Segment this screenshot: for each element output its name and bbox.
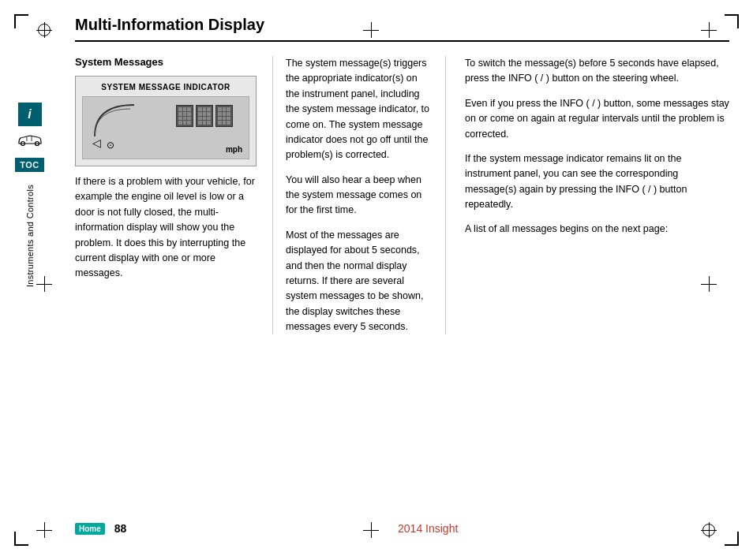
gauge-icon: ⊙ xyxy=(107,140,114,151)
diagram-inner: ◁ ⊙ xyxy=(82,96,249,159)
columns: System Messages SYSTEM MESSAGE INDICATOR… xyxy=(75,56,729,334)
page-title: Multi-Information Display xyxy=(75,16,264,33)
mph-label: mph xyxy=(226,145,242,154)
page-title-area: Multi-Information Display xyxy=(75,16,729,42)
sidebar: i TOC Instruments and Controls xyxy=(0,0,59,560)
right-text-3: If the system message indicator remains … xyxy=(465,151,729,213)
right-text-1: To switch the message(s) before 5 second… xyxy=(465,56,729,87)
left-col-text: If there is a problem with your vehicle,… xyxy=(75,174,257,282)
right-text-2: Even if you press the INFO ( / ) button,… xyxy=(465,96,729,142)
section-title: System Messages xyxy=(75,56,257,68)
diagram-box: SYSTEM MESSAGE INDICATOR ◁ ⊙ xyxy=(75,76,257,166)
mid-text-3: Most of the messages are displayed for a… xyxy=(286,228,433,335)
section-label: Instruments and Controls xyxy=(25,185,35,287)
home-badge[interactable]: Home xyxy=(75,523,105,535)
col-mid: The system message(s) triggers the appro… xyxy=(272,56,446,334)
speedometer-svg xyxy=(91,101,138,140)
mid-text-1: The system message(s) triggers the appro… xyxy=(286,56,433,163)
info-icon[interactable]: i xyxy=(18,103,42,126)
display-block-3 xyxy=(215,105,233,127)
display-block-2 xyxy=(196,105,213,127)
diagram-label: SYSTEM MESSAGE INDICATOR xyxy=(82,83,249,91)
car-icon xyxy=(16,131,44,148)
mid-text-2: You will also hear a beep when the syste… xyxy=(286,173,433,218)
col-right: To switch the message(s) before 5 second… xyxy=(462,56,729,334)
page-number: 88 xyxy=(114,522,127,535)
display-block-1 xyxy=(176,105,193,127)
display-blocks xyxy=(176,105,233,127)
footer: Home 88 2014 Insight xyxy=(59,522,753,535)
footer-title: 2014 Insight xyxy=(126,522,729,535)
toc-badge[interactable]: TOC xyxy=(15,158,44,172)
col-left: System Messages SYSTEM MESSAGE INDICATOR… xyxy=(75,56,257,334)
right-text-4: A list of all messages begins on the nex… xyxy=(465,222,729,237)
main-content: Multi-Information Display System Message… xyxy=(59,0,753,560)
